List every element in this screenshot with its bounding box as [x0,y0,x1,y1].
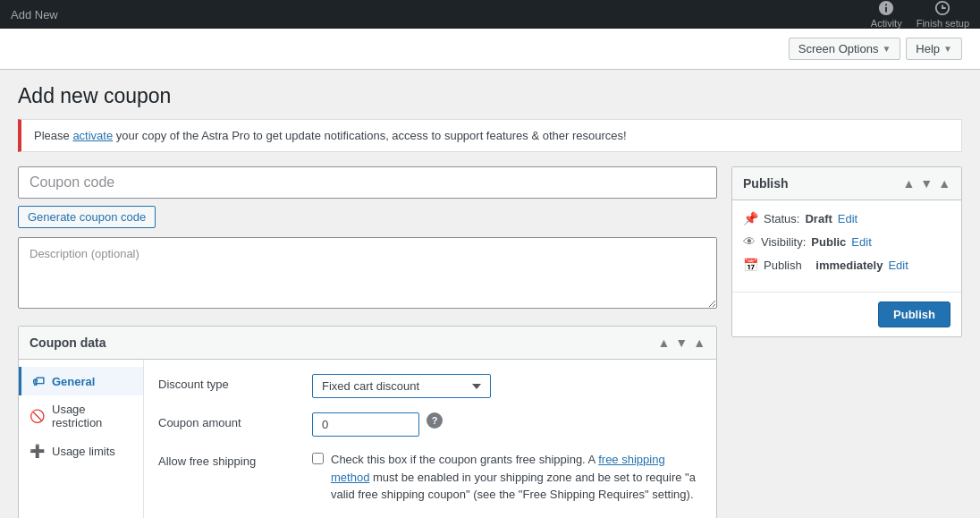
discount-type-select[interactable]: Percentage discount Fixed cart discount … [312,374,491,398]
visibility-edit-link[interactable]: Edit [851,235,871,249]
free-shipping-text: Check this box if the coupon grants free… [331,451,702,504]
tab-content: Discount type Percentage discount Fixed … [144,360,716,518]
help-button[interactable]: Help ▼ [906,38,962,60]
publish-button[interactable]: Publish [878,301,950,327]
coupon-data-body: 🏷 General 🚫 Usage restriction ➕ Usage li… [19,360,716,518]
tab-usage-limits[interactable]: ➕ Usage limits [19,437,143,465]
calendar-icon: 📅 [743,258,758,272]
main-column: Generate coupon code Coupon data ▲ ▼ ▲ [18,166,717,518]
tab-general-label: General [52,375,95,388]
visibility-label-text: Visibility: [761,235,806,249]
tab-usage-restriction[interactable]: 🚫 Usage restriction [19,395,143,437]
free-shipping-value: Check this box if the coupon grants free… [312,451,702,504]
publish-date-value: immediately [815,259,883,272]
publish-toggle-icon[interactable]: ▲ [938,176,950,191]
publish-collapse-up-icon[interactable]: ▲ [902,176,915,191]
finish-setup-label: Finish setup [917,18,969,29]
publish-title: Publish [743,176,789,191]
top-bar-right: Activity Finish setup [871,0,969,29]
plus-icon: ➕ [30,444,45,458]
publish-visibility-row: 👁 Visibility: Public Edit [743,234,950,249]
free-shipping-row: Allow free shipping Check this box if th… [158,451,702,504]
chevron-down-icon: ▼ [943,44,952,54]
tab-usage-limits-label: Usage limits [52,445,115,458]
coupon-amount-help-icon[interactable]: ? [427,412,443,429]
coupon-amount-row: Coupon amount ? [158,412,702,437]
publish-date-label: Publish [764,259,802,272]
tab-usage-restriction-label: Usage restriction [52,403,132,429]
activity-label: Activity [871,18,902,29]
visibility-value: Public [811,235,846,249]
publish-header: Publish ▲ ▼ ▲ [732,167,961,200]
coupon-data-box: Coupon data ▲ ▼ ▲ 🏷 General [18,326,717,518]
coupon-amount-input[interactable] [312,412,419,437]
publish-header-controls: ▲ ▼ ▲ [902,176,950,191]
status-edit-link[interactable]: Edit [838,212,858,225]
status-label-text: Status: [764,212,799,225]
collapse-down-icon[interactable]: ▼ [675,335,688,350]
page-title: Add new coupon [18,84,962,108]
chevron-down-icon: ▼ [882,44,891,54]
publish-status-row: 📌 Status: Draft Edit [743,211,950,225]
main-layout: Generate coupon code Coupon data ▲ ▼ ▲ [18,166,962,518]
coupon-amount-label: Coupon amount [158,412,301,429]
coupon-amount-value: ? [312,412,702,437]
coupon-data-title: Coupon data [30,335,106,350]
activate-link[interactable]: activate [72,129,113,142]
top-bar: Add New Activity Finish setup [0,0,980,29]
toggle-icon[interactable]: ▲ [693,335,705,350]
coupon-data-header: Coupon data ▲ ▼ ▲ [19,327,716,360]
collapse-up-icon[interactable]: ▲ [657,335,670,350]
free-shipping-label: Allow free shipping [158,451,301,468]
screen-options-button[interactable]: Screen Options ▼ [789,38,901,60]
visibility-eye-icon: 👁 [743,234,756,249]
status-pin-icon: 📌 [743,211,758,225]
discount-type-row: Discount type Percentage discount Fixed … [158,374,702,398]
description-textarea[interactable] [18,237,717,309]
page-header: Screen Options ▼ Help ▼ [0,29,980,70]
discount-type-label: Discount type [158,374,301,391]
activity-button[interactable]: Activity [871,0,902,29]
add-new-label: Add New [11,8,58,21]
coupon-code-input[interactable] [18,166,717,199]
publish-date-edit-link[interactable]: Edit [888,259,908,272]
side-column: Publish ▲ ▼ ▲ 📌 Status: Draft Edit [731,166,962,518]
tabs-column: 🏷 General 🚫 Usage restriction ➕ Usage li… [19,360,144,518]
publish-collapse-down-icon[interactable]: ▼ [920,176,933,191]
notice-bar: Please activate your copy of the Astra P… [18,119,962,152]
free-shipping-checkbox[interactable] [312,453,324,464]
publish-footer: Publish [732,292,961,336]
content-wrapper: Add new coupon Please activate your copy… [0,70,980,518]
discount-type-value: Percentage discount Fixed cart discount … [312,374,702,398]
restrict-icon: 🚫 [30,409,45,423]
generate-coupon-button[interactable]: Generate coupon code [18,206,156,228]
publish-date-row: 📅 Publish immediately Edit [743,258,950,272]
status-value: Draft [805,212,832,225]
free-shipping-checkbox-row: Check this box if the coupon grants free… [312,451,702,504]
publish-body: 📌 Status: Draft Edit 👁 Visibility: Publi… [732,200,961,292]
tag-icon: 🏷 [32,374,45,388]
finish-setup-button[interactable]: Finish setup [917,0,969,29]
coupon-data-controls: ▲ ▼ ▲ [657,335,705,350]
publish-box: Publish ▲ ▼ ▲ 📌 Status: Draft Edit [731,166,962,337]
tab-general[interactable]: 🏷 General [19,367,143,395]
